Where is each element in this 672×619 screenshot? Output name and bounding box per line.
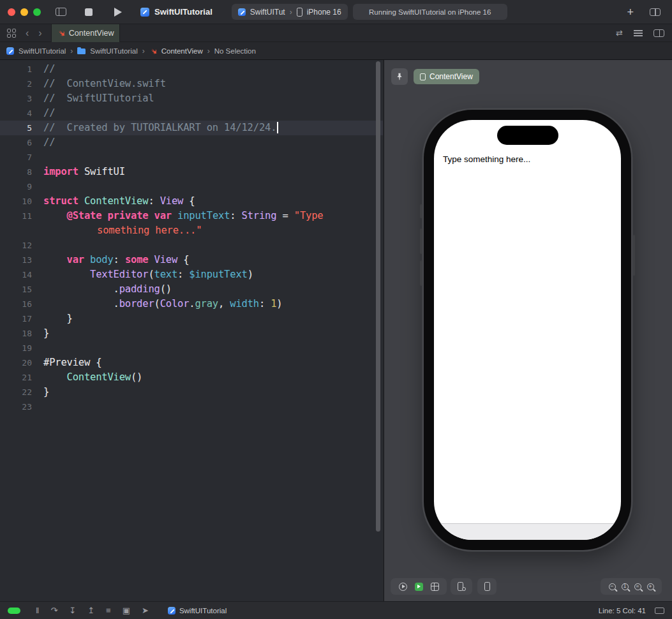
breadcrumb-selection[interactable]: No Selection <box>214 47 256 55</box>
code-line[interactable]: 5// Created by TUTORIALKART on 14/12/24. <box>0 121 383 135</box>
minimize-window-button[interactable] <box>20 8 28 16</box>
xcode-project-icon <box>140 8 149 17</box>
text-editor-content[interactable]: Type something here... <box>443 154 530 164</box>
code-line[interactable]: 3// SwiftUITutorial <box>0 91 383 106</box>
code-line[interactable]: 13 var body: some View { <box>0 253 383 267</box>
forward-button[interactable]: › <box>38 28 41 38</box>
step-out-icon[interactable]: ↥ <box>87 606 94 615</box>
xcode-window: SwiftUITutorial SwiftUITut › iPhone 16 R… <box>0 0 672 619</box>
window-title: SwiftUITutorial <box>140 7 213 17</box>
breakpoints-icon[interactable]: ‖ <box>36 606 39 615</box>
editor-options-icon <box>634 30 643 36</box>
code-line[interactable]: 9 <box>0 179 383 194</box>
code-line[interactable]: 7 <box>0 150 383 165</box>
tab-contentview[interactable]: ContentView <box>51 24 120 42</box>
zoom-fit-button[interactable]: = <box>634 583 641 590</box>
zoom-out-button[interactable]: − <box>609 583 616 590</box>
line-number: 9 <box>0 179 32 194</box>
iphone-screen: Type something here... <box>434 120 621 540</box>
activity-status: Running SwiftUITutorial on iPhone 16 <box>353 4 507 20</box>
scheme-name[interactable]: SwiftUITut <box>250 8 285 17</box>
back-button[interactable]: ‹ <box>26 28 29 38</box>
code-line[interactable]: 8import SwiftUI <box>0 165 383 179</box>
breadcrumb-file[interactable]: ContentView <box>161 47 203 55</box>
preview-device-button[interactable] <box>477 578 497 595</box>
debug-bar-icons: ‖↷↧↥≡▣➤ <box>36 606 149 615</box>
share-icon[interactable]: ➤ <box>142 606 149 615</box>
running-indicator[interactable] <box>8 608 20 614</box>
code-line[interactable]: 10struct ContentView: View { <box>0 194 383 209</box>
iphone-icon <box>297 8 302 17</box>
code-line[interactable]: 15 .padding() <box>0 282 383 297</box>
memory-graph-icon[interactable]: ▣ <box>123 606 130 615</box>
statusbar-right: Line: 5 Col: 41 <box>599 607 664 615</box>
run-button[interactable] <box>108 4 125 20</box>
line-number: 20 <box>0 355 32 370</box>
window-controls <box>8 8 41 16</box>
code-line[interactable]: 17 } <box>0 311 383 326</box>
code-line[interactable]: 18} <box>0 326 383 341</box>
live-preview-icon[interactable] <box>399 583 407 591</box>
pin-preview-button[interactable] <box>391 68 408 85</box>
line-number: 12 <box>0 238 32 253</box>
code-line[interactable]: 19 <box>0 341 383 355</box>
editor-scrollbar[interactable] <box>376 61 380 532</box>
adjust-editor-options-button[interactable] <box>634 30 643 36</box>
code-line[interactable]: 14 TextEditor(text: $inputText) <box>0 267 383 282</box>
scheme-selector[interactable]: SwiftUITut › iPhone 16 <box>232 4 348 20</box>
line-number: 6 <box>0 135 32 150</box>
stop-icon <box>85 8 93 16</box>
phone-action-button <box>420 204 422 218</box>
code-line[interactable]: 12 <box>0 238 383 253</box>
source-editor[interactable]: 1//2// ContentView.swift3// SwiftUITutor… <box>0 60 383 601</box>
step-into-icon[interactable]: ↧ <box>69 606 76 615</box>
tab-overview-icon[interactable] <box>7 29 16 38</box>
line-number: 14 <box>0 267 32 282</box>
zoom-window-button[interactable] <box>33 8 41 16</box>
device-settings-button[interactable] <box>451 578 472 595</box>
toggle-navigator-button[interactable] <box>52 4 69 20</box>
breadcrumb-project[interactable]: SwiftUITutorial <box>19 47 66 55</box>
grid-mode-icon[interactable] <box>431 583 439 591</box>
variants-mode-icon[interactable] <box>415 583 423 591</box>
code-line[interactable]: 1// <box>0 62 383 77</box>
line-number: 22 <box>0 385 32 399</box>
code-line[interactable]: 4// <box>0 106 383 121</box>
preview-tab-contentview[interactable]: ContentView <box>414 69 479 84</box>
stop-button[interactable] <box>80 4 97 20</box>
code-line[interactable]: 16 .border(Color.gray, width: 1) <box>0 297 383 311</box>
code-line[interactable]: 20#Preview { <box>0 355 383 370</box>
code-line[interactable]: 23 <box>0 399 383 414</box>
iphone-icon <box>484 582 490 591</box>
add-tab-button[interactable]: + <box>627 6 634 18</box>
zoom-in-button[interactable]: + <box>647 583 654 590</box>
line-number: 18 <box>0 326 32 341</box>
code-line[interactable]: 22} <box>0 385 383 399</box>
split-editor-icon <box>653 29 664 37</box>
running-app-crumb[interactable]: SwiftUITutorial <box>168 607 227 615</box>
code-line[interactable]: 21 ContentView() <box>0 370 383 385</box>
preview-tab-label: ContentView <box>429 72 473 81</box>
line-number: 19 <box>0 341 32 355</box>
line-number: 5 <box>0 121 32 135</box>
zoom-100-button[interactable]: 1 <box>622 583 629 590</box>
code-line[interactable]: 2// ContentView.swift <box>0 77 383 91</box>
add-editor-split-button[interactable] <box>653 29 664 37</box>
code-line[interactable]: 11 @State private var inputText: String … <box>0 209 383 223</box>
code-review-icon[interactable]: ⇄ <box>616 28 623 38</box>
swift-file-icon <box>149 47 157 55</box>
jump-bar: SwiftUITutorial › SwiftUITutorial › Cont… <box>0 42 672 60</box>
display-icon[interactable] <box>655 608 664 614</box>
close-window-button[interactable] <box>8 8 15 16</box>
titlebar: SwiftUITutorial SwiftUITut › iPhone 16 R… <box>0 0 672 24</box>
text-cursor <box>277 122 278 133</box>
run-destination[interactable]: iPhone 16 <box>307 8 341 17</box>
code-line[interactable]: something here..." <box>0 223 383 238</box>
breadcrumb-group[interactable]: SwiftUITutorial <box>90 47 137 55</box>
chevron-right-icon: › <box>290 8 292 17</box>
code-line[interactable]: 6// <box>0 135 383 150</box>
line-number: 16 <box>0 297 32 311</box>
console-icon[interactable]: ≡ <box>106 606 111 615</box>
step-over-icon[interactable]: ↷ <box>50 606 57 615</box>
add-editor-button[interactable] <box>646 4 663 20</box>
